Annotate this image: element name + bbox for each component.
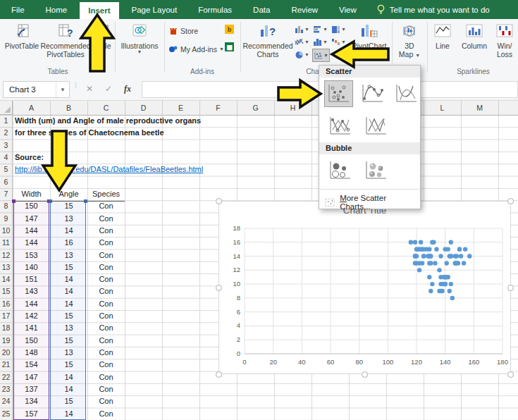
cell-C19[interactable]: Con [87,335,125,347]
data-point[interactable] [428,289,433,293]
row-header-23[interactable]: 23 [0,383,12,395]
pivottable-button[interactable]: PivotTable [3,22,41,50]
chart-handle-w[interactable] [216,285,222,291]
data-point[interactable] [449,254,453,258]
data-point[interactable] [437,268,441,272]
cell-A22[interactable]: 147 [13,371,50,383]
cell-C13[interactable]: Con [87,261,125,273]
cell-C10[interactable]: Con [87,225,125,237]
store-button[interactable]: Store [168,25,198,37]
row-header-17[interactable]: 17 [0,310,12,322]
data-point[interactable] [463,247,467,251]
scatter-straight-lines-markers-icon[interactable] [324,113,355,140]
data-point[interactable] [409,240,413,245]
cell-B20[interactable]: 13 [50,347,87,359]
cell-A15[interactable]: 143 [13,285,50,297]
cell-C22[interactable]: Con [87,371,125,383]
data-point[interactable] [467,254,471,258]
cell-C8[interactable]: Con [87,200,125,212]
cell-C17[interactable]: Con [87,310,125,322]
column-header-M[interactable]: M [461,101,498,115]
cell-C24[interactable]: Con [87,395,125,407]
row-header-22[interactable]: 22 [0,371,12,383]
row-header-11[interactable]: 11 [0,237,12,249]
data-point[interactable] [446,247,450,251]
data-point[interactable] [427,254,431,258]
data-point[interactable] [459,254,463,258]
cancel-button[interactable]: ✕ [82,81,97,97]
insert-function-button[interactable]: fx [120,81,135,97]
data-point[interactable] [433,261,437,265]
insert-hierarchy-chart-button[interactable]: ▼ [331,23,347,35]
row-header-2[interactable]: 2 [0,127,12,139]
data-point[interactable] [437,289,441,293]
data-point[interactable] [414,261,419,265]
cell-C25[interactable]: Con [87,408,125,420]
insert-bar-chart-button[interactable]: ▼ [312,23,328,35]
select-all-corner[interactable] [0,101,13,115]
tab-formulas[interactable]: Formulas [190,0,240,19]
cell-A16[interactable]: 144 [13,298,50,310]
cell-B11[interactable]: 16 [50,237,87,249]
tab-home[interactable]: Home [37,0,76,19]
data-point[interactable] [413,254,417,258]
data-point[interactable] [438,275,443,279]
data-point[interactable] [457,247,462,251]
data-point[interactable] [449,282,453,286]
data-point[interactable] [448,289,452,293]
data-point[interactable] [427,261,431,265]
tab-view[interactable]: View [331,0,365,19]
column-sparkline-button[interactable]: Column [458,22,491,50]
column-header-E[interactable]: E [162,101,199,115]
chart-handle-se[interactable] [507,371,514,378]
cell-C21[interactable]: Con [87,359,125,371]
data-point[interactable] [443,282,447,286]
cell-A18[interactable]: 141 [13,322,50,334]
data-point[interactable] [446,275,450,279]
bubble-3d-icon[interactable] [360,157,391,184]
people-graph-addin-icon[interactable]: ▦ [225,42,234,51]
cell-A20[interactable]: 148 [13,347,50,359]
more-scatter-charts-item[interactable]: More Scatter Charts... [319,192,420,213]
row-header-24[interactable]: 24 [0,395,12,407]
column-header-G[interactable]: G [237,101,274,115]
tab-data[interactable]: Data [245,0,278,19]
data-point[interactable] [455,254,459,258]
insert-scatter-chart-button[interactable]: ▼ [312,49,330,62]
cell-A24[interactable]: 134 [13,395,50,407]
data-point[interactable] [420,247,424,251]
chart-handle-e[interactable] [507,285,514,291]
cell-C11[interactable]: Con [87,237,125,249]
row-header-20[interactable]: 20 [0,347,12,359]
cell-B24[interactable]: 15 [50,395,87,407]
scatter-smooth-lines-icon[interactable] [391,80,420,107]
insert-statistic-chart-button[interactable]: ▼ [312,36,328,48]
enter-button[interactable]: ✓ [101,81,116,97]
row-header-16[interactable]: 16 [0,298,12,310]
recommended-charts-button[interactable]: ? Recommended Charts [243,22,292,58]
data-point[interactable] [416,247,420,251]
data-point[interactable] [453,261,457,265]
cell-B15[interactable]: 14 [50,285,87,297]
cell-B17[interactable]: 15 [50,310,87,322]
row-header-4[interactable]: 4 [0,152,12,163]
cell-B12[interactable]: 13 [50,249,87,261]
column-header-B[interactable]: B [50,101,87,115]
cell-C18[interactable]: Con [87,322,125,334]
row-header-25[interactable]: 25 [0,408,12,420]
data-point[interactable] [431,240,436,245]
cell-B10[interactable]: 14 [50,225,87,237]
cell-B23[interactable]: 14 [50,383,87,395]
bing-addin-icon[interactable]: b [225,25,234,34]
cell-B22[interactable]: 14 [50,371,87,383]
cell-A21[interactable]: 154 [13,359,50,371]
my-addins-button[interactable]: My Add-ins ▼ [168,43,224,56]
cell-A13[interactable]: 140 [13,261,50,273]
chart-handle-sw[interactable] [216,371,222,378]
cell-C20[interactable]: Con [87,347,125,359]
data-point[interactable] [450,296,455,300]
insert-column-chart-button[interactable]: ▼ [294,23,310,35]
row-header-7[interactable]: 7 [0,188,12,200]
data-point[interactable] [449,240,453,245]
cell-B13[interactable]: 15 [50,261,87,273]
